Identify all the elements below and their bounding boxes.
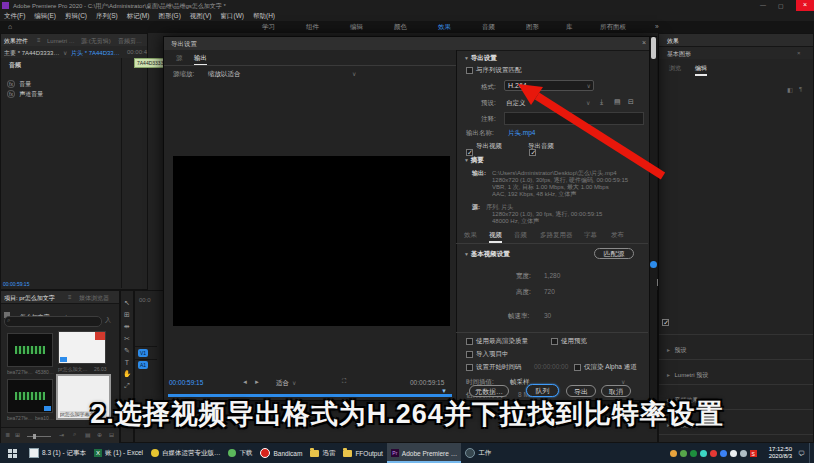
framerate-checkbox[interactable]: [662, 319, 669, 326]
tab-project[interactable]: 项目: pr怎么加文字: [4, 294, 66, 303]
save-preset-icon[interactable]: ⤓: [600, 98, 603, 106]
framerate-value[interactable]: 30: [544, 312, 551, 319]
start-timecode-checkbox[interactable]: [466, 364, 473, 371]
match-sequence-checkbox[interactable]: [466, 67, 473, 74]
tray-icon-1[interactable]: [670, 450, 677, 457]
taskbar-clock[interactable]: 17:12:50 2020/8/3: [763, 446, 798, 460]
settings-tab-video[interactable]: 视频: [489, 231, 502, 243]
taskbar-item-premiere[interactable]: Pr Adobe Premiere …: [387, 443, 461, 463]
effects-bin-presets[interactable]: ▸ 预设: [659, 334, 813, 359]
panel-option2-icon[interactable]: ¶: [799, 86, 802, 92]
taskbar-item-media-doc[interactable]: 自媒体运营专业版…: [147, 443, 225, 463]
menu-item-file[interactable]: 文件(F): [4, 12, 25, 21]
taskbar-item-bandicam[interactable]: Bandicam: [256, 443, 306, 463]
effects-bin-lumetri[interactable]: ▸ Lumetri 预设: [659, 359, 813, 384]
width-value[interactable]: 1,280: [544, 272, 560, 279]
start-button[interactable]: [0, 443, 25, 463]
workspace-tab-learning[interactable]: 学习: [262, 23, 275, 32]
menu-item-window[interactable]: 窗口(W): [221, 12, 244, 21]
effect-controls-timecode[interactable]: 00:00:59:15: [3, 281, 29, 287]
taskbar-item-downloads[interactable]: 下载: [224, 443, 256, 463]
preset-select[interactable]: 自定义: [506, 99, 526, 108]
source-scaling-select[interactable]: 缩放以适合: [208, 70, 241, 79]
tray-icon-5[interactable]: [710, 450, 717, 457]
chevron-down-icon[interactable]: ∨: [621, 378, 625, 385]
tray-icon-2[interactable]: [680, 450, 687, 457]
tray-sogou-icon[interactable]: S: [750, 450, 757, 457]
type-tool-icon[interactable]: T: [125, 359, 129, 366]
start-timecode-value[interactable]: 00:00:00:00: [534, 363, 568, 370]
effect-name[interactable]: 声道音量: [19, 91, 43, 97]
import-preset-icon[interactable]: ▤: [614, 98, 621, 106]
notification-center-icon[interactable]: 🗩: [798, 450, 809, 457]
workspace-tab-assembly[interactable]: 组件: [306, 23, 319, 32]
menu-item-clip[interactable]: 剪辑(C): [65, 12, 87, 21]
workspace-tab-color[interactable]: 颜色: [394, 23, 407, 32]
menu-item-sequence[interactable]: 序列(S): [96, 12, 118, 21]
tab-essential-graphics[interactable]: 基本图形: [667, 50, 691, 59]
automate-sequence-icon[interactable]: ⇥: [59, 431, 64, 438]
settings-tab-effects[interactable]: 效果: [464, 231, 477, 240]
clip-label[interactable]: pr怎么加文字-图…: [58, 366, 92, 372]
timeline-timecode[interactable]: 00:0: [139, 297, 151, 303]
settings-tab-multiplexer[interactable]: 多路复用器: [540, 231, 573, 240]
icon-view-icon[interactable]: ⊞: [15, 431, 20, 438]
tri-down-icon[interactable]: ▼: [464, 251, 469, 257]
chevron-down-icon[interactable]: ∨: [352, 70, 356, 77]
track-badge-v1[interactable]: V1: [138, 349, 148, 357]
list-view-icon[interactable]: ≣: [5, 431, 10, 438]
preview-current-timecode[interactable]: 00:00:59:15: [169, 379, 203, 386]
match-source-button[interactable]: 匹配源: [594, 248, 634, 259]
clip-thumbnail-image-1[interactable]: [58, 331, 106, 364]
view-tab-browse[interactable]: 浏览: [669, 64, 681, 73]
tray-volume-icon[interactable]: [740, 450, 747, 457]
tray-chat-icon[interactable]: [730, 450, 737, 457]
render-quality-checkbox[interactable]: [466, 338, 473, 345]
chevron-down-icon[interactable]: ∨: [586, 99, 590, 106]
menu-item-view[interactable]: 视图(V): [190, 12, 212, 21]
audio-section-label[interactable]: 音频: [9, 61, 21, 70]
dialog-close-icon[interactable]: ×: [642, 39, 646, 46]
crop-icon[interactable]: ⛶: [342, 378, 346, 385]
tab-effect-controls[interactable]: 效果控件: [4, 37, 28, 46]
tab-audio-clip-mixer[interactable]: 音频剪辑混合器: [118, 37, 146, 46]
minimize-button[interactable]: —: [760, 2, 766, 8]
tab-effects[interactable]: 效果: [667, 37, 679, 46]
new-bin-icon[interactable]: ▤: [85, 431, 91, 438]
settings-tab-publish[interactable]: 发布: [611, 231, 624, 240]
track-select-tool-icon[interactable]: ⊞: [124, 311, 130, 319]
dialog-scrollbar[interactable]: [649, 37, 657, 400]
tri-down-icon[interactable]: ▼: [464, 55, 469, 61]
use-preview-checkbox[interactable]: [551, 338, 558, 345]
tray-icon-4[interactable]: [700, 450, 707, 457]
menu-item-markers[interactable]: 标记(M): [127, 12, 150, 21]
tab-lumetri-scopes[interactable]: Lumetri 范围: [47, 37, 77, 46]
taskbar-item-notepad[interactable]: 8.3 (1) - 记事本: [25, 443, 90, 463]
panel-menu-icon[interactable]: ≡: [68, 294, 72, 300]
alpha-only-checkbox[interactable]: [574, 364, 581, 371]
show-desktop-button[interactable]: [809, 443, 814, 463]
mark-in-icon[interactable]: ◄: [242, 379, 248, 385]
close-button[interactable]: ×: [796, 0, 814, 11]
import-project-checkbox[interactable]: [466, 351, 473, 358]
playhead-icon[interactable]: ▼: [441, 388, 447, 394]
razor-tool-icon[interactable]: ✂: [124, 335, 130, 343]
taskbar-item-thunder[interactable]: 迅雷: [306, 443, 339, 463]
dialog-titlebar[interactable]: 导出设置 ×: [164, 37, 656, 51]
ripple-edit-tool-icon[interactable]: ⇹: [124, 323, 130, 331]
workspace-overflow-icon[interactable]: »: [655, 23, 659, 30]
taskbar-item-excel[interactable]: X 账 (1) - Excel: [90, 443, 147, 463]
slider-handle[interactable]: [33, 434, 36, 439]
master-clip-label[interactable]: 主要 * 7A44D3333GVR6L…: [4, 49, 62, 58]
project-search-input[interactable]: [15, 317, 99, 326]
hand-tool-icon[interactable]: ✋: [123, 370, 132, 378]
effect-row-channel-volume[interactable]: fx 声道音量: [7, 82, 43, 100]
tab-source-monitor[interactable]: 源:(无剪辑): [81, 37, 115, 46]
find-icon[interactable]: ⌕: [73, 431, 76, 438]
menu-item-help[interactable]: 帮助(H): [253, 12, 275, 21]
workspace-tab-effects[interactable]: 效果: [438, 23, 451, 32]
tab-source[interactable]: 源: [176, 54, 183, 63]
delete-preset-icon[interactable]: ⊟: [628, 98, 634, 106]
home-icon[interactable]: ⌂: [8, 23, 12, 30]
taskbar-item-ffoutput[interactable]: FFOutput: [339, 443, 386, 463]
